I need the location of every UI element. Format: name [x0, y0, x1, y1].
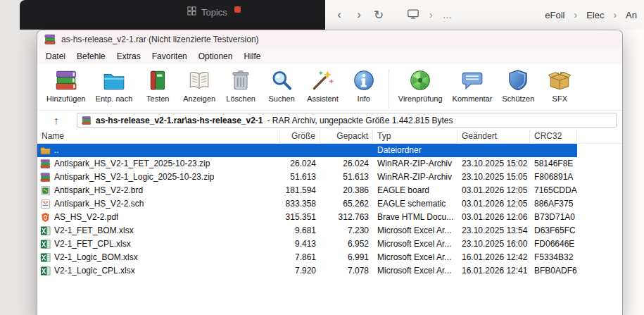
file-name: AS_HS_V2-2.pdf [54, 211, 118, 224]
toolbar-kommentar-button[interactable]: Kommentar [448, 66, 498, 104]
file-name-cell: V2-1_FET_CPL.xlsx [37, 237, 280, 251]
file-type: Microsoft Excel Ar... [373, 237, 457, 251]
toolbar-testen-button[interactable]: Testen [137, 66, 178, 104]
menu-hilfe[interactable]: Hilfe [238, 50, 266, 63]
file-type: EAGLE board [373, 184, 457, 197]
menu-optionen[interactable]: Optionen [193, 50, 239, 63]
reload-button[interactable]: ↻ [369, 8, 389, 23]
file-name: V2-1_FET_BOM.xlsx [54, 224, 134, 237]
add-books-icon [54, 68, 78, 92]
menu-favoriten[interactable]: Favoriten [146, 50, 193, 63]
topics-tab[interactable]: Topics [187, 6, 227, 18]
toolbar-label: Hinzufügen [46, 94, 86, 103]
toolbar-label: Suchen [268, 94, 294, 103]
toolbar-label: Virenprüfung [398, 94, 443, 103]
file-row-v2-1-fet-cpl-xlsx[interactable]: V2-1_FET_CPL.xlsx9.4136.952Microsoft Exc… [37, 237, 577, 251]
forward-button[interactable]: › [349, 8, 369, 22]
file-type: EAGLE schematic [373, 197, 457, 211]
breadcrumb-elec[interactable]: Elec [586, 10, 604, 20]
path-overflow-button[interactable]: … [443, 10, 452, 20]
toolbar-l-schen-button[interactable]: Löschen [220, 66, 261, 104]
address-field[interactable]: as-hs-release_v2-1.rar\as-hs-release_v2-… [77, 113, 617, 128]
browser-toolbar: ‹ › ↻ › … eFoil›Elec›An [325, 0, 644, 30]
computer-icon[interactable] [407, 8, 419, 23]
file-mod: 16.01.2026 12:42 [457, 251, 530, 264]
view-book-icon [187, 68, 211, 92]
background-dark-window[interactable]: Topics [20, 0, 325, 30]
toolbar-info-button[interactable]: Info [343, 66, 384, 104]
column-header-type[interactable]: Typ [373, 130, 457, 143]
excel-icon [40, 239, 51, 249]
toolbar-suchen-button[interactable]: Suchen [261, 66, 302, 104]
menu-befehle[interactable]: Befehle [71, 50, 111, 63]
file-row-as-hs-v2-2-pdf[interactable]: AS_HS_V2-2.pdf315.351312.763Brave HTML D… [37, 211, 577, 224]
toolbar-sch-tzen-button[interactable]: Schützen [497, 66, 539, 104]
file-name-cell: V2-1_Logic_BOM.xlsx [37, 251, 280, 264]
file-row-v2-1-fet-bom-xlsx[interactable]: V2-1_FET_BOM.xlsx9.6817.230Microsoft Exc… [37, 224, 577, 237]
column-header-crc[interactable]: CRC32 [530, 130, 577, 143]
file-packed: 6.952 [320, 237, 373, 251]
breadcrumb-chevron-icon: › [574, 9, 577, 20]
winrar-window: as-hs-release_v2-1.rar (Nicht lizenziert… [37, 30, 623, 315]
file-size: 833.358 [280, 197, 320, 211]
up-button[interactable]: ↑ [44, 114, 68, 126]
file-row-antispark-hs-v2-1-logic-2025-10-23-zip[interactable]: Antispark_HS_V2-1_Logic_2025-10-23.zip51… [37, 171, 577, 184]
archive-icon [82, 116, 91, 125]
chevron-right-icon: › [429, 9, 433, 20]
menu-extras[interactable]: Extras [111, 50, 146, 63]
back-button[interactable]: ‹ [329, 8, 349, 22]
file-row-antispark-hs-v2-1-fet-2025-10-23-zip[interactable]: Antispark_HS_V2-1_FET_2025-10-23.zip26.0… [37, 157, 577, 171]
column-header-name[interactable]: Name [37, 130, 280, 143]
file-name-cell: Antispark_HS_V2-2.brd [37, 184, 280, 197]
file-row-antispark-hs-v2-2-brd[interactable]: Antispark_HS_V2-2.brd181.59420.386EAGLE … [37, 184, 577, 197]
column-header-size[interactable]: Größe [280, 130, 320, 143]
file-mod: 03.01.2026 12:05 [457, 197, 530, 211]
file-name: V2-1_FET_CPL.xlsx [54, 237, 131, 251]
file-row-v2-1-logic-bom-xlsx[interactable]: V2-1_Logic_BOM.xlsx7.8616.991Microsoft E… [37, 251, 577, 264]
address-info: - RAR Archiv, ungepackte Größe 1.442.815… [267, 116, 453, 125]
toolbar-entp-nach-button[interactable]: Entp. nach [91, 66, 138, 104]
file-name-cell: V2-1_FET_BOM.xlsx [37, 224, 280, 237]
topics-label: Topics [201, 7, 227, 18]
file-size: 181.594 [280, 184, 320, 197]
title-bar[interactable]: as-hs-release_v2-1.rar (Nicht lizenziert… [37, 30, 622, 49]
file-crc: 7165CDDA [530, 184, 577, 197]
breadcrumb-an[interactable]: An [626, 10, 637, 20]
file-row-0[interactable]: ..Dateiordner [37, 144, 577, 157]
column-header-packed[interactable]: Gepackt [320, 130, 373, 143]
info-icon [352, 68, 376, 92]
toolbar-virenpr-fung-button[interactable]: Virenprüfung [393, 66, 448, 104]
excel-icon [40, 226, 51, 236]
file-mod: 03.01.2026 12:06 [457, 211, 530, 224]
menu-bar: DateiBefehleExtrasFavoritenOptionenHilfe [37, 49, 622, 64]
menu-datei[interactable]: Datei [40, 50, 71, 63]
toolbar-label: Entp. nach [96, 94, 133, 103]
file-type: WinRAR-ZIP-Archiv [373, 157, 457, 171]
address-path: as-hs-release_v2-1.rar\as-hs-release_v2-… [96, 116, 263, 125]
file-crc: 886AF375 [530, 197, 577, 211]
file-packed: 51.613 [320, 171, 373, 184]
breadcrumb: eFoil›Elec›An [545, 9, 637, 20]
folder-icon [40, 145, 51, 156]
column-header-mod[interactable]: Geändert [457, 130, 530, 143]
excel-icon [40, 252, 51, 263]
file-name-cell: AS_HS_V2-2.pdf [37, 211, 280, 224]
toolbar-label: SFX [553, 94, 567, 103]
file-packed: 20.386 [320, 184, 373, 197]
file-row-antispark-hs-v2-2-sch[interactable]: Antispark_HS_V2-2.sch833.35865.262EAGLE … [37, 197, 577, 211]
breadcrumb-efoil[interactable]: eFoil [545, 10, 564, 20]
toolbar-hinzuf-gen-button[interactable]: Hinzufügen [42, 66, 91, 104]
file-packed: 312.763 [320, 211, 373, 224]
file-packed [320, 144, 373, 157]
file-mod: 23.10.2025 15:05 [457, 171, 530, 184]
file-mod: 23.10.2025 15:02 [457, 157, 530, 171]
extract-folder-icon [102, 68, 126, 92]
toolbar-sfx-button[interactable]: SFX [539, 66, 580, 104]
file-crc [530, 144, 577, 157]
file-name: .. [54, 144, 59, 157]
toolbar-assistent-button[interactable]: Assistent [302, 66, 343, 104]
toolbar-anzeigen-button[interactable]: Anzeigen [178, 66, 220, 104]
file-name-cell: Antispark_HS_V2-1_FET_2025-10-23.zip [37, 157, 280, 171]
file-row-v2-1-logic-cpl-xlsx[interactable]: V2-1_Logic_CPL.xlsx7.9207.078Microsoft E… [37, 264, 577, 278]
file-size: 9.681 [280, 224, 320, 237]
